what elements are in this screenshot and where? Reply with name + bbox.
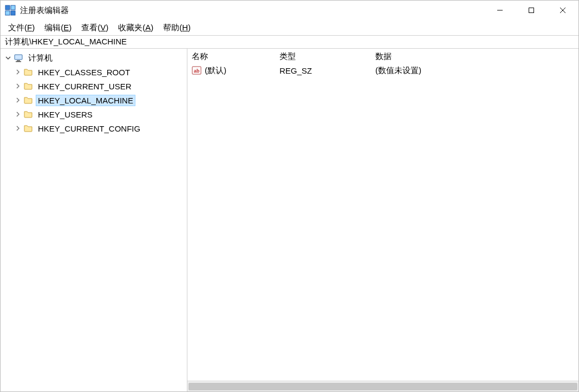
menu-view[interactable]: 查看(V): [77, 21, 113, 35]
svg-text:ab: ab: [194, 68, 200, 74]
tree-root-label: 计算机: [27, 53, 54, 64]
folder-icon: [23, 109, 33, 119]
folder-icon: [23, 67, 33, 77]
list-header: 名称 类型 数据: [187, 49, 578, 64]
address-bar[interactable]: [1, 36, 578, 49]
list-body[interactable]: ab(默认)REG_SZ(数值未设置): [187, 64, 578, 381]
horizontal-scrollbar[interactable]: [187, 381, 578, 391]
chevron-right-icon[interactable]: [14, 110, 22, 119]
tree-item[interactable]: HKEY_USERS: [4, 107, 186, 121]
chevron-right-icon[interactable]: [14, 82, 22, 90]
folder-icon: [23, 81, 33, 91]
scrollbar-thumb[interactable]: [188, 383, 577, 390]
menu-bar: 文件(F) 编辑(E) 查看(V) 收藏夹(A) 帮助(H): [1, 20, 578, 35]
svg-rect-3: [11, 11, 15, 15]
window-title: 注册表编辑器: [20, 5, 69, 16]
tree-root[interactable]: 计算机: [4, 51, 186, 65]
minimize-button[interactable]: [484, 1, 516, 20]
tree-item[interactable]: HKEY_CURRENT_USER: [4, 79, 186, 93]
registry-editor-window: 注册表编辑器 文件(F) 编辑(E) 查看(V) 收藏夹(A) 帮助(H): [0, 0, 579, 392]
computer-icon: [14, 53, 23, 63]
tree-item[interactable]: HKEY_CLASSES_ROOT: [4, 65, 186, 79]
svg-rect-8: [15, 55, 22, 60]
list-pane: 名称 类型 数据 ab(默认)REG_SZ(数值未设置): [187, 49, 578, 391]
menu-favorites[interactable]: 收藏夹(A): [114, 21, 158, 35]
list-row[interactable]: ab(默认)REG_SZ(数值未设置): [187, 64, 578, 77]
chevron-right-icon[interactable]: [14, 68, 22, 76]
cell-data: (数值未设置): [375, 66, 421, 76]
svg-rect-0: [5, 5, 10, 10]
svg-rect-9: [17, 60, 20, 61]
cell-name: (默认): [205, 66, 226, 76]
tree-item-label: HKEY_USERS: [36, 109, 94, 120]
tree-item[interactable]: HKEY_CURRENT_CONFIG: [4, 121, 186, 135]
tree-item-label: HKEY_LOCAL_MACHINE: [36, 95, 135, 106]
svg-rect-2: [5, 11, 10, 15]
folder-icon: [23, 123, 33, 133]
tree-item-label: HKEY_CURRENT_CONFIG: [36, 123, 142, 134]
tree-pane[interactable]: 计算机 HKEY_CLASSES_ROOTHKEY_CURRENT_USERHK…: [1, 49, 187, 391]
menu-file[interactable]: 文件(F): [4, 21, 39, 35]
tree-item-label: HKEY_CLASSES_ROOT: [36, 67, 132, 77]
maximize-button[interactable]: [516, 1, 547, 20]
svg-rect-10: [16, 61, 21, 62]
title-bar: 注册表编辑器: [1, 1, 578, 20]
svg-rect-1: [11, 5, 15, 10]
folder-icon: [23, 95, 33, 105]
column-header-data[interactable]: 数据: [371, 49, 578, 64]
string-value-icon: ab: [192, 66, 201, 75]
menu-help[interactable]: 帮助(H): [159, 21, 195, 35]
close-button[interactable]: [547, 1, 578, 20]
column-header-name[interactable]: 名称: [187, 49, 275, 64]
menu-edit[interactable]: 编辑(E): [40, 21, 76, 35]
svg-rect-5: [529, 8, 534, 13]
chevron-right-icon[interactable]: [14, 124, 22, 133]
tree-item[interactable]: HKEY_LOCAL_MACHINE: [4, 93, 186, 107]
window-controls: [484, 1, 578, 20]
tree-item-label: HKEY_CURRENT_USER: [36, 81, 133, 92]
column-header-type[interactable]: 类型: [275, 49, 371, 64]
cell-type: REG_SZ: [279, 66, 312, 75]
chevron-right-icon[interactable]: [14, 96, 22, 104]
body-split: 计算机 HKEY_CLASSES_ROOTHKEY_CURRENT_USERHK…: [1, 49, 578, 391]
regedit-app-icon: [5, 5, 16, 16]
chevron-down-icon[interactable]: [4, 54, 12, 62]
